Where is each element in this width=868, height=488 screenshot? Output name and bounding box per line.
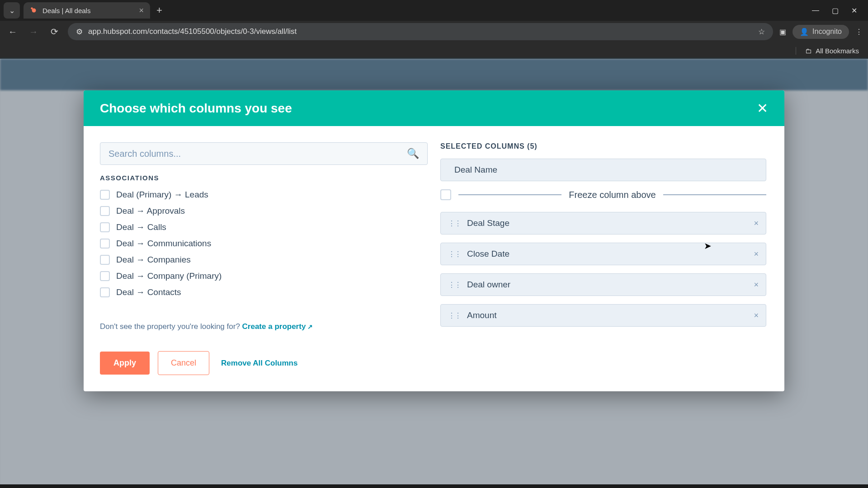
incognito-icon: 👤 bbox=[800, 28, 809, 36]
minimize-button[interactable]: — bbox=[812, 6, 819, 14]
checkbox[interactable] bbox=[100, 239, 110, 249]
drag-handle-icon[interactable]: ⋮⋮ bbox=[448, 219, 461, 228]
modal-footer: Apply Cancel Remove All Columns bbox=[84, 351, 784, 391]
association-checkbox-row[interactable]: Deal → Contacts bbox=[100, 287, 428, 297]
search-wrapper: 🔍 bbox=[100, 142, 428, 165]
available-columns-list[interactable]: ASSOCIATIONS Deal (Primary) → Leads Deal… bbox=[100, 174, 428, 319]
close-modal-button[interactable]: ✕ bbox=[757, 100, 768, 116]
freeze-checkbox[interactable] bbox=[440, 189, 451, 200]
close-window-button[interactable]: ✕ bbox=[851, 6, 857, 15]
search-columns-input[interactable] bbox=[108, 149, 407, 159]
selected-column-item[interactable]: ⋮⋮ Deal owner × bbox=[440, 273, 766, 296]
drag-handle-icon[interactable]: ⋮⋮ bbox=[448, 311, 461, 320]
checkbox[interactable] bbox=[100, 271, 110, 281]
selected-column-label: Deal Stage bbox=[467, 218, 747, 228]
checkbox-label: Deal → Companies bbox=[116, 255, 191, 265]
taskbar bbox=[0, 484, 868, 488]
external-link-icon: ↗ bbox=[307, 323, 313, 330]
edit-columns-modal: Choose which columns you see ✕ 🔍 ASSOCIA… bbox=[84, 90, 784, 391]
drag-handle-icon[interactable]: ⋮⋮ bbox=[448, 250, 461, 258]
tab-search-button[interactable]: ⌄ bbox=[4, 2, 20, 19]
selected-column-item[interactable]: ⋮⋮ Amount × bbox=[440, 304, 766, 327]
available-columns-panel: 🔍 ASSOCIATIONS Deal (Primary) → Leads De… bbox=[100, 142, 428, 335]
selected-column-label: Close Date bbox=[467, 249, 747, 259]
association-checkbox-row[interactable]: Deal → Calls bbox=[100, 222, 428, 232]
checkbox[interactable] bbox=[100, 255, 110, 265]
association-checkbox-row[interactable]: Deal (Primary) → Leads bbox=[100, 190, 428, 200]
association-checkbox-row[interactable]: Deal → Company (Primary) bbox=[100, 271, 428, 281]
association-checkbox-row[interactable]: Deal → Approvals bbox=[100, 206, 428, 216]
url-bar-row: ← → ⟳ ⚙ app.hubspot.com/contacts/4510550… bbox=[0, 21, 868, 42]
folder-icon: 🗀 bbox=[805, 47, 812, 55]
remove-all-columns-button[interactable]: Remove All Columns bbox=[221, 359, 297, 368]
remove-column-button[interactable]: × bbox=[754, 311, 759, 320]
close-tab-icon[interactable]: × bbox=[139, 6, 144, 15]
checkbox[interactable] bbox=[100, 287, 110, 297]
checkbox-label: Deal → Contacts bbox=[116, 287, 181, 297]
close-icon: ✕ bbox=[757, 101, 768, 116]
forward-button[interactable]: → bbox=[26, 27, 41, 37]
selected-column-label: Deal Name bbox=[454, 165, 759, 175]
checkbox-label: Deal → Company (Primary) bbox=[116, 271, 222, 281]
selected-columns-list[interactable]: Deal Name Freeze column above ⋮⋮ Deal St… bbox=[440, 159, 768, 335]
checkbox[interactable] bbox=[100, 206, 110, 216]
address-bar[interactable]: ⚙ app.hubspot.com/contacts/45105500/obje… bbox=[68, 23, 773, 40]
create-property-link[interactable]: Create a property↗ bbox=[242, 322, 313, 331]
modal-title: Choose which columns you see bbox=[100, 101, 292, 116]
incognito-label: Incognito bbox=[812, 28, 842, 36]
divider-line bbox=[663, 194, 766, 195]
tab-title: Deals | All deals bbox=[42, 7, 90, 14]
checkbox-label: Deal → Approvals bbox=[116, 206, 185, 216]
maximize-button[interactable]: ▢ bbox=[832, 6, 839, 15]
browser-tab[interactable]: Deals | All deals × bbox=[24, 2, 150, 19]
browser-chrome: ⌄ Deals | All deals × + — ▢ ✕ ← → ⟳ ⚙ ap… bbox=[0, 0, 868, 59]
checkbox-label: Deal → Calls bbox=[116, 222, 166, 232]
selected-column-item[interactable]: ⋮⋮ Deal Stage × bbox=[440, 212, 766, 235]
url-text: app.hubspot.com/contacts/45105500/object… bbox=[88, 27, 753, 36]
selected-columns-panel: SELECTED COLUMNS (5) Deal Name Freeze co… bbox=[440, 142, 768, 335]
selected-column-item[interactable]: ⋮⋮ Close Date × bbox=[440, 243, 766, 265]
incognito-badge[interactable]: 👤 Incognito bbox=[793, 25, 849, 39]
selected-column-label: Amount bbox=[467, 310, 747, 320]
drag-handle-icon[interactable]: ⋮⋮ bbox=[448, 281, 461, 289]
apply-button[interactable]: Apply bbox=[100, 352, 150, 375]
freeze-label: Freeze column above bbox=[569, 190, 656, 200]
selected-column-item: Deal Name bbox=[440, 159, 766, 181]
modal-header: Choose which columns you see ✕ bbox=[84, 90, 784, 126]
selected-column-label: Deal owner bbox=[467, 280, 747, 290]
checkbox[interactable] bbox=[100, 222, 110, 232]
checkbox[interactable] bbox=[100, 190, 110, 200]
freeze-column-row: Freeze column above bbox=[440, 189, 766, 200]
associations-section-label: ASSOCIATIONS bbox=[100, 174, 428, 182]
site-info-icon[interactable]: ⚙ bbox=[76, 27, 83, 37]
menu-button[interactable]: ⋮ bbox=[855, 28, 863, 36]
modal-body: 🔍 ASSOCIATIONS Deal (Primary) → Leads De… bbox=[84, 126, 784, 351]
reload-button[interactable]: ⟳ bbox=[47, 26, 61, 37]
svg-point-1 bbox=[31, 7, 33, 9]
search-icon[interactable]: 🔍 bbox=[407, 148, 419, 160]
bookmarks-bar: 🗀 All Bookmarks bbox=[0, 42, 868, 59]
association-checkbox-row[interactable]: Deal → Communications bbox=[100, 239, 428, 249]
association-checkbox-row[interactable]: Deal → Companies bbox=[100, 255, 428, 265]
create-property-row: Don't see the property you're looking fo… bbox=[100, 322, 428, 331]
selected-columns-title: SELECTED COLUMNS (5) bbox=[440, 142, 768, 150]
back-button[interactable]: ← bbox=[5, 27, 20, 37]
checkbox-label: Deal (Primary) → Leads bbox=[116, 190, 208, 200]
remove-column-button[interactable]: × bbox=[754, 219, 759, 228]
remove-column-button[interactable]: × bbox=[754, 280, 759, 290]
checkbox-label: Deal → Communications bbox=[116, 239, 211, 249]
bookmark-star-icon[interactable]: ☆ bbox=[758, 27, 765, 37]
divider-line bbox=[458, 194, 561, 195]
remove-column-button[interactable]: × bbox=[754, 249, 759, 259]
all-bookmarks-button[interactable]: 🗀 All Bookmarks bbox=[796, 47, 859, 55]
window-controls: — ▢ ✕ bbox=[812, 6, 864, 15]
cancel-button[interactable]: Cancel bbox=[158, 351, 209, 375]
chevron-down-icon: ⌄ bbox=[9, 6, 15, 15]
hubspot-favicon-icon bbox=[30, 6, 38, 14]
tab-bar: ⌄ Deals | All deals × + — ▢ ✕ bbox=[0, 0, 868, 21]
side-panel-icon[interactable]: ▣ bbox=[779, 28, 786, 36]
new-tab-button[interactable]: + bbox=[156, 5, 162, 16]
